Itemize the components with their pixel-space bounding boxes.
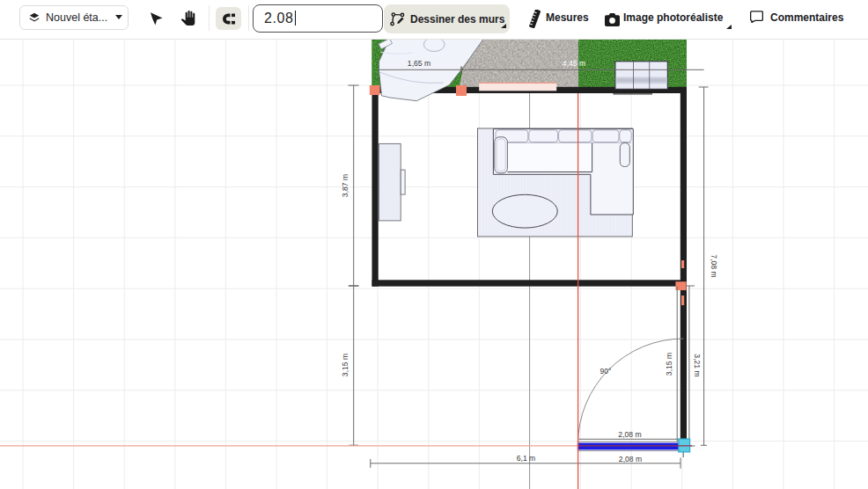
svg-text:6,1 m: 6,1 m — [517, 454, 536, 463]
svg-text:2,08 m: 2,08 m — [619, 455, 642, 463]
svg-text:4,45 m: 4,45 m — [563, 59, 585, 68]
svg-text:7,08 m: 7,08 m — [710, 254, 718, 277]
svg-text:3,21 m: 3,21 m — [693, 354, 702, 376]
svg-text:3,15 m: 3,15 m — [341, 354, 349, 376]
svg-text:3,87 m: 3,87 m — [341, 174, 349, 197]
svg-text:1,65 m: 1,65 m — [408, 59, 430, 68]
svg-text:90°: 90° — [600, 367, 612, 376]
svg-text:2,08 m: 2,08 m — [618, 430, 641, 439]
svg-text:3,15 m: 3,15 m — [665, 353, 673, 376]
